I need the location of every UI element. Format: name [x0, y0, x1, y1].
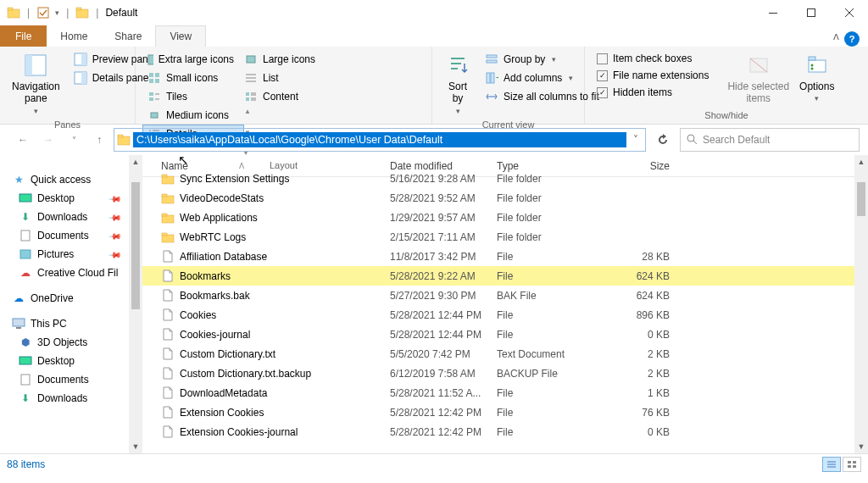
up-button[interactable]: ↑: [88, 129, 110, 151]
home-tab[interactable]: Home: [47, 25, 101, 47]
file-row[interactable]: VideoDecodeStats5/28/2021 9:52 AMFile fo…: [142, 188, 868, 208]
maximize-button[interactable]: [792, 0, 830, 25]
onedrive-item[interactable]: ☁OneDrive: [0, 289, 142, 308]
svg-point-51: [810, 64, 813, 67]
forward-button[interactable]: →: [37, 129, 59, 151]
svg-rect-5: [769, 13, 777, 14]
search-icon: [686, 133, 698, 147]
thumbnails-view-status-button[interactable]: [843, 457, 861, 472]
file-date: 5/28/2021 12:44 PM: [390, 309, 497, 321]
file-menu[interactable]: File: [0, 25, 47, 47]
downloads-pc-item[interactable]: ⬇Downloads: [0, 389, 142, 408]
file-size: 0 KB: [604, 329, 680, 341]
list-button[interactable]: List: [239, 69, 324, 87]
file-row[interactable]: Cookies-journal5/28/2021 12:44 PMFile0 K…: [142, 325, 868, 344]
file-row[interactable]: Affiliation Database11/8/2017 3:42 PMFil…: [142, 247, 868, 266]
collapse-ribbon-icon[interactable]: ᐱ: [833, 32, 839, 42]
size-column-header[interactable]: Size: [604, 160, 680, 172]
checkbox-icon[interactable]: [36, 6, 50, 19]
address-path[interactable]: C:\Users\saika\AppData\Local\Google\Chro…: [133, 132, 626, 147]
file-size: 1 KB: [604, 387, 680, 399]
file-row[interactable]: Cookies5/28/2021 12:44 PMFile896 KB: [142, 305, 868, 325]
options-button[interactable]: Options ▾: [794, 50, 839, 105]
svg-rect-0: [8, 9, 19, 18]
details-view-status-button[interactable]: [822, 457, 841, 472]
creative-cloud-icon: ☁: [19, 266, 32, 280]
file-row[interactable]: Custom Dictionary.txt5/5/2020 7:42 PMTex…: [142, 344, 868, 364]
extra-large-icons-button[interactable]: Extra large icons: [142, 50, 239, 69]
file-size: 896 KB: [604, 309, 680, 321]
file-row[interactable]: Bookmarks5/28/2021 9:22 AMFile624 KB: [142, 266, 868, 286]
folder-title-icon: [75, 6, 89, 19]
file-row[interactable]: Extension Cookies5/28/2021 12:42 PMFile7…: [142, 402, 868, 422]
svg-rect-69: [162, 214, 167, 216]
small-icons-button[interactable]: Small icons: [142, 69, 239, 87]
recent-locations-button[interactable]: ˅: [63, 129, 85, 151]
refresh-button[interactable]: [649, 128, 676, 152]
file-name: Extension Cookies-journal: [180, 426, 298, 438]
file-date: 5/28/2021 12:42 PM: [390, 426, 497, 438]
svg-rect-71: [162, 233, 167, 236]
file-name-extensions-toggle[interactable]: File name extensions: [592, 67, 714, 84]
quick-access-item[interactable]: ★Quick access: [0, 170, 142, 189]
hidden-items-toggle[interactable]: Hidden items: [592, 84, 714, 101]
share-tab[interactable]: Share: [101, 25, 155, 47]
file-icon: [161, 367, 175, 380]
back-button[interactable]: ←: [12, 129, 34, 151]
layout-scroll-up-icon[interactable]: ▲: [244, 108, 256, 115]
sort-by-button[interactable]: Sort by ▾: [439, 50, 476, 118]
navigation-bar: ← → ˅ ↑ C:\Users\saika\AppData\Local\Goo…: [0, 125, 868, 155]
date-column-header[interactable]: Date modified: [390, 160, 497, 172]
documents-icon: [19, 373, 32, 386]
file-row[interactable]: Custom Dictionary.txt.backup6/12/2019 7:…: [142, 364, 868, 383]
minimize-button[interactable]: [754, 0, 792, 25]
desktop-pc-item[interactable]: Desktop: [0, 352, 142, 370]
svg-rect-44: [487, 73, 490, 83]
file-row[interactable]: Web Applications1/29/2021 9:57 AMFile fo…: [142, 208, 868, 227]
file-type: File: [497, 407, 604, 419]
file-row[interactable]: DownloadMetadata5/28/2021 11:52 A...File…: [142, 383, 868, 402]
help-icon[interactable]: ?: [844, 31, 860, 47]
file-row[interactable]: WebRTC Logs2/15/2021 7:11 AMFile folder: [142, 227, 868, 247]
desktop-item[interactable]: Desktop📌: [0, 189, 142, 208]
item-check-boxes-toggle[interactable]: Item check boxes: [592, 50, 714, 67]
content-scrollbar[interactable]: ▲▼: [854, 155, 868, 453]
content-button[interactable]: Content: [239, 87, 324, 106]
file-icon: [161, 386, 175, 400]
file-name: DownloadMetadata: [180, 387, 267, 399]
creative-cloud-item[interactable]: ☁Creative Cloud Fil: [0, 264, 142, 282]
medium-icons-button[interactable]: Medium icons: [142, 106, 244, 125]
status-bar: 88 items: [0, 453, 868, 474]
sort-indicator-icon: ᐱ: [239, 162, 244, 170]
large-icons-button[interactable]: Large icons: [239, 50, 324, 69]
address-bar[interactable]: C:\Users\saika\AppData\Local\Google\Chro…: [114, 128, 646, 152]
options-icon: [804, 52, 831, 79]
file-type: File folder: [497, 212, 604, 224]
svg-rect-78: [853, 465, 856, 468]
type-column-header[interactable]: Type: [497, 160, 604, 172]
documents-pc-item[interactable]: Documents: [0, 370, 142, 389]
folder-icon: [161, 192, 175, 205]
downloads-item[interactable]: ⬇Downloads📌: [0, 208, 142, 226]
view-tab[interactable]: View: [155, 25, 206, 47]
svg-rect-63: [21, 375, 30, 385]
search-box[interactable]: Search Default: [680, 128, 860, 152]
navigation-pane-button[interactable]: Navigation pane ▾: [7, 50, 65, 118]
name-column-header[interactable]: Name: [161, 160, 188, 172]
file-row[interactable]: Extension Cookies-journal5/28/2021 12:42…: [142, 422, 868, 441]
documents-item[interactable]: Documents📌: [0, 226, 142, 245]
file-date: 5/5/2020 7:42 PM: [390, 348, 497, 360]
tiles-button[interactable]: Tiles: [142, 87, 239, 106]
this-pc-item[interactable]: This PC: [0, 314, 142, 333]
app-icon: [7, 6, 20, 19]
address-dropdown-icon[interactable]: ˅: [626, 134, 645, 146]
pictures-item[interactable]: Pictures📌: [0, 245, 142, 264]
3d-objects-item[interactable]: ⬢3D Objects: [0, 333, 142, 352]
file-row[interactable]: Bookmarks.bak5/27/2021 9:30 PMBAK File62…: [142, 286, 868, 305]
close-button[interactable]: [830, 0, 868, 25]
svg-rect-17: [155, 79, 159, 83]
nav-scrollbar[interactable]: ▲▼: [129, 155, 142, 453]
file-name: Sync Extension Settings: [180, 173, 289, 185]
file-name: WebRTC Logs: [180, 231, 246, 243]
file-size: 624 KB: [604, 290, 680, 302]
